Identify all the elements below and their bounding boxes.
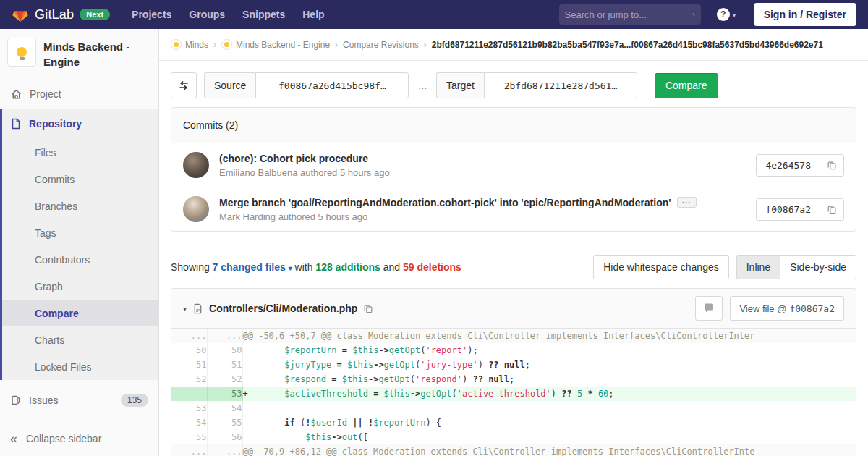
sidebar-item-tags[interactable]: Tags [2, 219, 158, 246]
sidebar-item-compare[interactable]: Compare [2, 300, 158, 326]
nav-link-groups[interactable]: Groups [180, 9, 234, 20]
avatar [183, 196, 209, 222]
nav-link-help[interactable]: Help [294, 9, 333, 20]
comment-button[interactable] [695, 296, 723, 321]
diff-line-number-old[interactable]: 51 [171, 358, 207, 372]
diff-code-line: $reportUrn = $this->getOpt('report'); [242, 343, 856, 358]
breadcrumb-link-minds[interactable]: Minds [171, 39, 208, 50]
nav-link-projects[interactable]: Projects [123, 9, 180, 20]
view-file-button[interactable]: View file @ f00867a2 [730, 296, 844, 321]
commit-description-toggle[interactable]: ··· [677, 197, 697, 208]
diff-code-line: $respond = $this->getOpt('respond') ?? n… [242, 372, 856, 387]
target-ref-group: Target [436, 72, 637, 98]
diff-line-number-old[interactable]: 52 [171, 372, 207, 387]
file-diff-panel: ▾ Controllers/Cli/Moderation.php [171, 288, 856, 456]
sidebar-item-charts[interactable]: Charts [2, 326, 158, 353]
diff-view-actions: Hide whitespace changes Inline Side-by-s… [593, 255, 856, 279]
commit-meta: Mark Harding authored 5 hours ago [219, 211, 746, 222]
side-by-side-view-button[interactable]: Side-by-side [780, 255, 856, 279]
issues-count-badge: 135 [121, 394, 148, 407]
diff-line-number-new: ... [207, 444, 242, 456]
diff-line: 5252 $respond = $this->getOpt('respond')… [171, 372, 856, 387]
hide-whitespace-button[interactable]: Hide whitespace changes [593, 255, 729, 279]
diff-line-number-old[interactable]: 53 [171, 401, 207, 415]
commit-sha[interactable]: f00867a2 [757, 199, 820, 220]
diff-line-number-old[interactable] [171, 387, 207, 401]
diff-line-number-new[interactable]: 51 [207, 358, 242, 372]
diff-line: ......@@ -70,9 +86,12 @@ class Moderatio… [171, 444, 856, 456]
changed-files-dropdown[interactable]: 7 changed files ▾ [213, 261, 292, 273]
additions-count: 128 additions [315, 261, 380, 273]
breadcrumb-link-minds-backend-engine[interactable]: Minds Backend - Engine [221, 39, 330, 50]
diff-line-number-new[interactable]: 54 [207, 401, 242, 415]
showing-text: Showing [171, 261, 210, 273]
breadcrumb-separator: › [424, 40, 427, 50]
diff-line-number-new[interactable]: 56 [207, 430, 242, 444]
sidebar-item-issues[interactable]: Issues 135 [0, 386, 158, 415]
sidebar-item-project[interactable]: Project [0, 80, 158, 109]
commits-panel: Commits (2) (chore): Cohort pick procedu… [171, 107, 856, 232]
file-path[interactable]: Controllers/Cli/Moderation.php [209, 303, 357, 314]
deletions-count: 59 deletions [403, 261, 461, 273]
gitlab-logo[interactable]: GitLab [12, 6, 74, 23]
diff-line: 53+ $activeThreshold = $this->getOpt('ac… [171, 387, 856, 401]
copy-sha-button[interactable] [820, 155, 843, 176]
sidebar-item-repository[interactable]: Repository [2, 109, 158, 139]
issues-icon [10, 394, 22, 406]
sidebar-item-commits[interactable]: Commits [2, 166, 158, 193]
inline-view-button[interactable]: Inline [736, 255, 780, 279]
collapse-label: Collapse sidebar [26, 433, 101, 444]
diff-line-number-new[interactable]: 50 [207, 343, 242, 358]
target-label: Target [436, 72, 484, 98]
diff-mode-toggle: Inline Side-by-side [736, 255, 856, 279]
diff-line-number-new[interactable]: 53 [207, 387, 242, 401]
copy-path-icon[interactable] [363, 303, 373, 313]
crumb-avatar [221, 39, 232, 50]
repository-subitems: FilesCommitsBranchesTagsContributorsGrap… [2, 139, 158, 380]
file-icon [192, 303, 203, 314]
target-input[interactable] [484, 72, 637, 98]
next-badge: Next [80, 9, 110, 20]
diff-line-number-old: ... [171, 329, 207, 343]
commits-header: Commits (2) [171, 108, 856, 143]
sidebar-item-graph[interactable]: Graph [2, 273, 158, 300]
commit-title[interactable]: (chore): Cohort pick procedure [219, 153, 746, 164]
help-menu[interactable]: ? ▾ [717, 8, 736, 21]
commit-title[interactable]: Merge branch 'goal/ReportingAndModeratio… [219, 197, 746, 208]
file-collapse-caret[interactable]: ▾ [183, 305, 187, 313]
breadcrumb-bar: Minds›Minds Backend - Engine›Compare Rev… [159, 29, 868, 61]
sidebar-item-branches[interactable]: Branches [2, 193, 158, 219]
diff-line-number-old[interactable]: 54 [171, 415, 207, 430]
diff-line-number-new[interactable]: 55 [207, 415, 242, 430]
compare-button[interactable]: Compare [655, 73, 718, 98]
commit-sha-chip: f00867a2 [756, 198, 844, 221]
sign-in-register-button[interactable]: Sign in / Register [754, 3, 856, 26]
tanuki-icon [12, 6, 29, 23]
diff-line-number-new[interactable]: 52 [207, 372, 242, 387]
diff-line-number-old[interactable]: 55 [171, 430, 207, 444]
search-box[interactable] [559, 4, 701, 25]
search-input[interactable] [565, 9, 692, 20]
primary-nav: ProjectsGroupsSnippetsHelp [123, 9, 333, 20]
diff-summary-row: Showing 7 changed files ▾ with 128 addit… [171, 255, 856, 279]
commit-row: (chore): Cohort pick procedure Emiliano … [171, 143, 856, 187]
diff-code-line: @@ -50,6 +50,7 @@ class Moderation exten… [242, 329, 856, 343]
breadcrumb-links: Minds›Minds Backend - Engine›Compare Rev… [171, 39, 427, 50]
swap-revisions-button[interactable] [171, 72, 197, 98]
sidebar-item-contributors[interactable]: Contributors [2, 246, 158, 273]
diff-table: ......@@ -50,6 +50,7 @@ class Moderation… [171, 329, 856, 456]
nav-link-snippets[interactable]: Snippets [234, 9, 294, 20]
collapse-sidebar-button[interactable]: « Collapse sidebar [0, 421, 158, 456]
diff-line-number-old[interactable]: 50 [171, 343, 207, 358]
breadcrumb-link-compare-revisions[interactable]: Compare Revisions [343, 40, 419, 50]
project-header[interactable]: Minds Backend - Engine [0, 29, 158, 80]
source-input[interactable] [255, 72, 409, 98]
sidebar-item-files[interactable]: Files [2, 139, 158, 166]
left-sidebar: Minds Backend - Engine Project Repositor… [0, 29, 159, 456]
sidebar-item-locked-files[interactable]: Locked Files [2, 353, 158, 380]
commit-sha[interactable]: 4e264578 [757, 155, 820, 176]
repository-section: Repository FilesCommitsBranchesTagsContr… [0, 109, 158, 380]
sidebar-item-label: Issues [29, 394, 58, 406]
diff-line: 5151 $juryType = $this->getOpt('jury-typ… [171, 358, 856, 372]
copy-sha-button[interactable] [820, 199, 843, 220]
